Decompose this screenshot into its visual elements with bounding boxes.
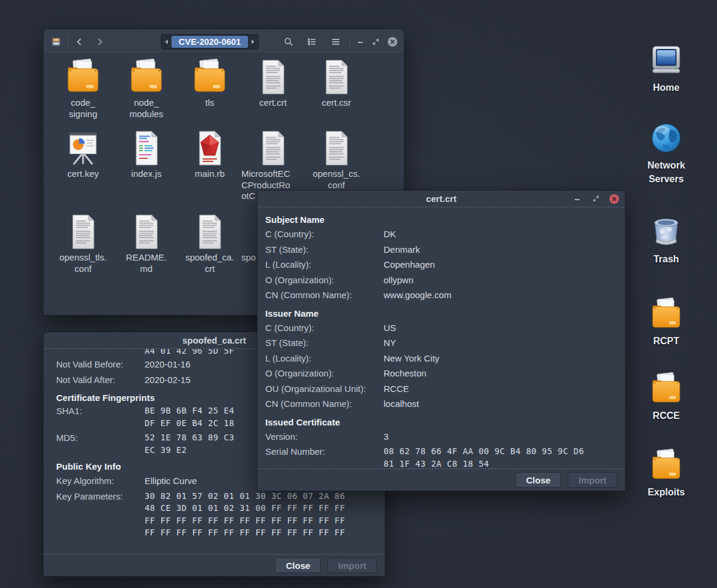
folder-icon [191,58,229,96]
detail-value: 3 [384,429,388,445]
file-item[interactable]: index.js [115,129,178,213]
desktop-icon-network-servers[interactable]: NetworkServers [629,121,703,186]
list-view-icon[interactable] [307,37,317,47]
file-manager-titlebar[interactable]: CVE-2020-0601 [44,29,404,54]
detail-row: OU (Organizational Unit):RCCE [265,381,617,397]
file-item[interactable]: spoofed_ca.crt [178,213,241,274]
toolbar-separator [350,36,350,47]
cert-dialog-sections: Subject NameC (Country):DKST (State):Den… [265,215,617,468]
detail-label: C (Country): [265,320,384,336]
file-item[interactable]: cert.csr [305,58,368,129]
detail-value: RCCE [384,381,409,397]
desktop-icon-label: NetworkServers [647,158,685,186]
restore-button[interactable] [591,194,600,204]
cert-dialog-titlebar[interactable]: cert.crt [258,191,625,207]
detail-value: US [384,320,396,336]
ruby-file-icon [191,129,229,167]
close-icon [609,194,619,204]
search-icon[interactable] [284,37,293,47]
breadcrumb[interactable]: CVE-2020-0601 [171,36,248,48]
section-header: Subject Name [265,215,617,225]
detail-label: Not Valid After: [56,372,145,388]
document-icon [254,129,292,167]
spoofed-dialog-title: spoofed_ca.crt [182,335,246,345]
detail-value: Elliptic Curve [145,473,197,489]
desktop-icon-exploits[interactable]: Exploits [629,448,703,499]
computer-icon [649,44,684,78]
detail-label: ST (State): [265,335,384,351]
desktop-icon-label: Trash [654,252,679,266]
detail-row: L (Locality):Copenhagen [265,257,617,272]
document-icon [254,58,292,96]
menu-icon[interactable] [331,37,341,47]
document-icon [317,129,356,167]
file-item[interactable]: code_signing [51,58,115,129]
detail-label: C (Country): [265,226,384,242]
file-label: openssl_cs.conf [305,169,368,191]
detail-row: C (Country):US [265,320,617,336]
minimize-button[interactable] [572,194,582,204]
detail-value: BE 9B 6B F4 25 E4DF EF 0E B4 2C 18 [145,405,234,429]
detail-label: OU (Organizational Unit): [265,381,384,397]
detail-value: 2020-01-16 [145,357,191,372]
detail-label: Key Parameters: [56,490,145,539]
cert-dialog-import-button[interactable]: Import [568,472,617,488]
file-label: index.js [115,169,178,180]
file-item[interactable]: node_modules [115,58,178,129]
file-label: README.md [115,252,178,274]
file-item[interactable]: cert.key [51,129,115,213]
cert-dialog: cert.crt Subject NameC (Country):DKST (S… [257,190,626,491]
path-forward-arrow-icon[interactable] [252,39,255,44]
desktop-icon-rcce[interactable]: RCCE [629,372,703,422]
minimize-button[interactable] [356,37,365,47]
detail-row: O (Organization):ollypwn [265,272,617,288]
detail-value: Rocheston [384,366,427,381]
file-item[interactable]: tls [178,58,241,129]
detail-value: 08 62 78 66 4F AA 00 9C B4 80 95 9C D681… [384,445,584,468]
spoofed-dialog-close-button[interactable]: Close [275,558,321,573]
file-item[interactable]: openssl_tls.conf [51,213,115,274]
presentation-icon [64,129,102,167]
detail-label: L (Locality): [265,257,384,272]
detail-value: DK [384,226,396,242]
file-item[interactable]: README.md [115,213,178,274]
cert-dialog-body: Subject NameC (Country):DKST (State):Den… [258,207,624,468]
desktop-icon-label: Home [653,81,679,94]
close-button[interactable] [388,37,397,47]
restore-button[interactable] [371,37,381,47]
file-item[interactable]: main.rb [178,129,241,213]
trash-icon [649,215,684,250]
detail-value: Copenhagen [384,257,435,272]
detail-row: ST (State):Denmark [265,242,617,258]
detail-label: Serial Number: [265,445,384,468]
detail-value: 2020-02-15 [145,372,191,388]
desktop-icon-home[interactable]: Home [629,44,703,94]
folder-icon [127,58,166,96]
spoofed-dialog-import-button[interactable]: Import [327,558,377,573]
file-item[interactable]: cert.crt [241,58,305,129]
file-label: cert.csr [305,97,368,109]
section-header: Issuer Name [265,308,617,318]
desktop-icon-rcpt[interactable]: RCPT [629,297,703,348]
detail-value: NY [384,335,396,351]
toolbar-separator [68,36,68,47]
detail-value: 30 82 01 57 02 01 01 30 3C 06 07 2A 8648… [145,490,345,539]
detail-label: SHA1: [56,405,145,429]
forward-button[interactable] [95,37,105,47]
detail-label: CN (Common Name): [265,396,384,412]
cert-dialog-title: cert.crt [426,194,456,204]
document-icon [127,213,166,251]
file-label: node_modules [115,97,178,120]
detail-row: O (Organization):Rocheston [265,366,617,381]
path-back-arrow-icon[interactable] [165,39,168,44]
back-button[interactable] [75,37,84,47]
detail-row: Version:3 [265,429,617,445]
close-button[interactable] [609,194,619,204]
folder-icon [64,58,102,96]
detail-value: ollypwn [384,272,413,288]
file-manager-app-icon [51,36,62,47]
path-bar[interactable]: CVE-2020-0601 [161,34,259,50]
cert-dialog-close-button[interactable]: Close [515,472,561,488]
file-label: cert.key [51,169,115,180]
desktop-icon-trash[interactable]: Trash [629,215,703,266]
